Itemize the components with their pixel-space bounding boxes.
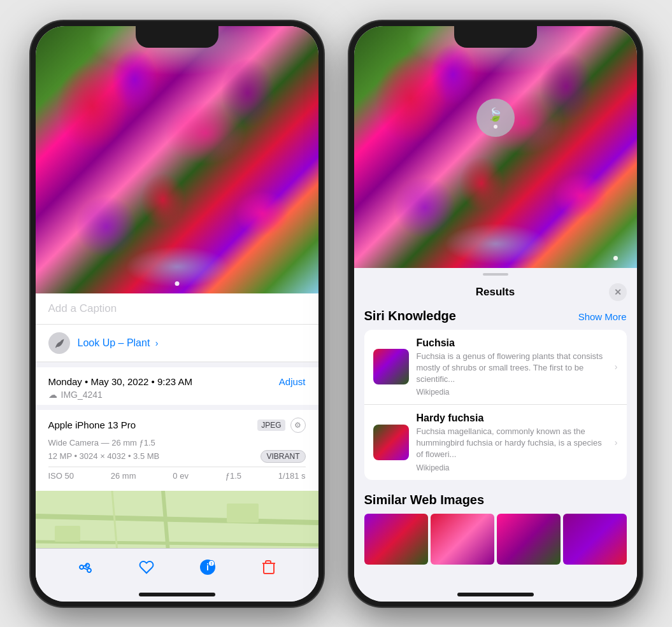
exif-iso: ISO 50 bbox=[48, 471, 74, 481]
exif-aperture: ƒ1.5 bbox=[225, 471, 241, 481]
fuchsia-thumbnail bbox=[373, 349, 409, 384]
format-badge: JPEG bbox=[257, 419, 285, 431]
results-handle[interactable] bbox=[483, 273, 508, 276]
camera-header: Apple iPhone 13 Pro JPEG ⚙ bbox=[48, 418, 306, 433]
share-icon bbox=[78, 560, 93, 575]
exif-row: ISO 50 26 mm 0 ev ƒ1.5 1/181 s bbox=[48, 467, 306, 483]
fuchsia-description: Fuchsia is a genus of flowering plants t… bbox=[417, 351, 607, 386]
similar-image-2[interactable] bbox=[431, 514, 494, 565]
fuchsia-source: Wikipedia bbox=[417, 388, 607, 397]
svg-text:!: ! bbox=[210, 561, 211, 566]
camera-lens: Wide Camera — 26 mm ƒ1.5 bbox=[48, 438, 306, 447]
similar-image-3[interactable] bbox=[497, 514, 561, 565]
siri-bubble[interactable]: 🍃 bbox=[476, 99, 515, 137]
hardy-fuchsia-item[interactable]: Hardy fuchsia Fuchsia magellanica, commo… bbox=[364, 404, 627, 480]
fuchsia-item[interactable]: Fuchsia Fuchsia is a genus of flowering … bbox=[364, 330, 627, 405]
fuchsia-text: Fuchsia Fuchsia is a genus of flowering … bbox=[417, 337, 607, 397]
lookup-text[interactable]: Look Up – Plant › bbox=[78, 337, 159, 349]
caption-area[interactable]: Add a Caption bbox=[36, 293, 318, 325]
phones-container: Add a Caption Look Up – Plant › bbox=[0, 0, 672, 627]
map-roads-svg bbox=[36, 491, 318, 548]
right-phone-inner: 🍃 Results ✕ Sir bbox=[354, 26, 637, 602]
results-title: Results bbox=[382, 286, 609, 299]
toolbar: i ! bbox=[36, 548, 318, 593]
exif-focal: 26 mm bbox=[111, 471, 136, 481]
fuchsia-name: Fuchsia bbox=[417, 337, 607, 349]
camera-badges: JPEG ⚙ bbox=[257, 418, 305, 433]
right-phone: 🍃 Results ✕ Sir bbox=[349, 21, 642, 607]
flower-overlay-right bbox=[354, 26, 637, 268]
photo2-page-dot bbox=[613, 256, 618, 260]
flower-image-right bbox=[354, 26, 637, 268]
info-icon: i ! bbox=[199, 559, 216, 575]
home-indicator-right bbox=[457, 593, 534, 596]
trash-icon bbox=[262, 560, 276, 575]
date-section: Monday • May 30, 2022 • 9:23 AM Adjust ☁… bbox=[36, 367, 318, 405]
flower-overlay bbox=[36, 26, 318, 293]
hardy-description: Fuchsia magellanica, commonly known as t… bbox=[417, 426, 607, 461]
similar-title: Similar Web Images bbox=[364, 493, 627, 507]
left-phone: Add a Caption Look Up – Plant › bbox=[31, 21, 324, 607]
filename: IMG_4241 bbox=[61, 390, 103, 400]
exif-ev: 0 ev bbox=[173, 471, 189, 481]
notch bbox=[136, 26, 218, 48]
resolution-text: 12 MP • 3024 × 4032 • 3.5 MB bbox=[48, 451, 160, 461]
map-area[interactable] bbox=[36, 491, 318, 548]
siri-knowledge-header: Siri Knowledge Show More bbox=[364, 309, 627, 323]
close-button[interactable]: ✕ bbox=[609, 283, 627, 301]
share-button[interactable] bbox=[71, 553, 99, 581]
lookup-icon bbox=[48, 332, 70, 354]
knowledge-card: Fuchsia Fuchsia is a genus of flowering … bbox=[364, 330, 627, 480]
heart-icon bbox=[139, 560, 154, 575]
lookup-subject: Plant bbox=[127, 337, 150, 348]
results-panel: Results ✕ Siri Knowledge Show More bbox=[354, 268, 637, 602]
photo-area[interactable] bbox=[36, 26, 318, 293]
notch-right bbox=[454, 26, 537, 48]
camera-name: Apple iPhone 13 Pro bbox=[48, 419, 136, 430]
similar-section: Similar Web Images bbox=[354, 493, 637, 565]
show-more-button[interactable]: Show More bbox=[578, 311, 627, 322]
lookup-chevron: › bbox=[155, 338, 159, 348]
siri-knowledge-title: Siri Knowledge bbox=[364, 309, 456, 323]
info-button[interactable]: i ! bbox=[194, 553, 222, 581]
photo-page-dot bbox=[175, 281, 179, 286]
siri-dot bbox=[494, 125, 497, 129]
info-panel: Add a Caption Look Up – Plant › bbox=[36, 293, 318, 602]
heart-button[interactable] bbox=[132, 553, 161, 581]
lookup-label: Look Up – bbox=[78, 337, 124, 348]
specs-row: 12 MP • 3024 × 4032 • 3.5 MB VIBRANT bbox=[48, 450, 306, 463]
camera-section: Apple iPhone 13 Pro JPEG ⚙ Wide Camera —… bbox=[36, 410, 318, 491]
trash-button[interactable] bbox=[255, 553, 283, 581]
home-indicator bbox=[139, 593, 215, 596]
cloud-icon: ☁ bbox=[48, 390, 57, 400]
results-header: Results ✕ bbox=[354, 281, 637, 309]
fuchsia-chevron-icon: › bbox=[615, 362, 618, 372]
date-row: Monday • May 30, 2022 • 9:23 AM Adjust bbox=[48, 376, 306, 387]
siri-leaf-icon: 🍃 bbox=[487, 107, 503, 122]
hardy-name: Hardy fuchsia bbox=[417, 412, 607, 424]
adjust-button[interactable]: Adjust bbox=[279, 376, 306, 387]
photo-area-right[interactable]: 🍃 bbox=[354, 26, 637, 268]
hardy-thumbnail bbox=[373, 425, 409, 460]
date-text: Monday • May 30, 2022 • 9:23 AM bbox=[48, 376, 192, 387]
hardy-chevron-icon: › bbox=[615, 437, 618, 447]
hardy-source: Wikipedia bbox=[417, 463, 607, 472]
location-row: ☁ IMG_4241 bbox=[48, 390, 306, 400]
flower-image bbox=[36, 26, 318, 293]
gear-icon[interactable]: ⚙ bbox=[290, 418, 306, 433]
lookup-row[interactable]: Look Up – Plant › bbox=[36, 325, 318, 362]
exif-shutter: 1/181 s bbox=[278, 471, 306, 481]
left-phone-inner: Add a Caption Look Up – Plant › bbox=[36, 26, 318, 602]
similar-image-4[interactable] bbox=[563, 514, 627, 565]
hardy-thumb-image bbox=[373, 425, 409, 460]
siri-knowledge-section: Siri Knowledge Show More Fuchsia Fu bbox=[354, 309, 637, 485]
fuchsia-thumb-image bbox=[373, 349, 409, 384]
leaf-icon bbox=[54, 337, 65, 349]
style-badge: VIBRANT bbox=[261, 450, 305, 463]
similar-image-1[interactable] bbox=[364, 514, 428, 565]
caption-placeholder[interactable]: Add a Caption bbox=[48, 302, 117, 314]
close-icon: ✕ bbox=[614, 287, 622, 297]
similar-images-grid bbox=[364, 514, 627, 565]
hardy-text: Hardy fuchsia Fuchsia magellanica, commo… bbox=[417, 412, 607, 472]
svg-rect-5 bbox=[55, 526, 80, 542]
